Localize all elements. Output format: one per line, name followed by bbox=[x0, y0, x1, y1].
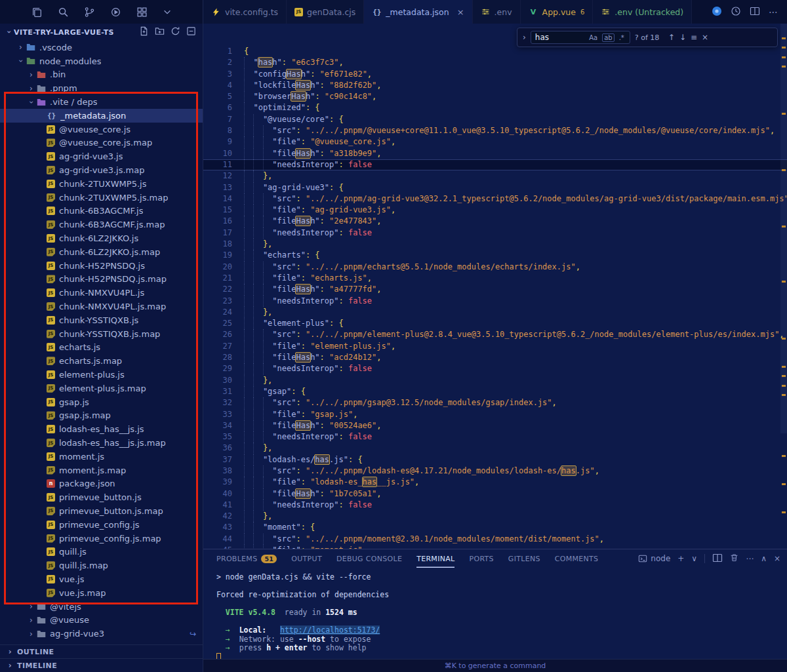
tree-item-chunk-h52pnsdq-js[interactable]: JSchunk-H52PNSDQ.js bbox=[0, 259, 203, 273]
terminal-dropdown-icon[interactable]: ∨ bbox=[691, 554, 697, 563]
tree-item-bin[interactable]: ›.bin bbox=[0, 68, 203, 82]
tree-item-chunk-6b3agcmf-js[interactable]: JSchunk-6B3AGCMF.js bbox=[0, 205, 203, 218]
panel-tab-debug-console[interactable]: DEBUG CONSOLE bbox=[336, 549, 402, 568]
panel-tab-output[interactable]: OUTPUT bbox=[291, 549, 322, 568]
code-token: : bbox=[320, 216, 329, 226]
panel-tab-ports[interactable]: PORTS bbox=[469, 549, 493, 568]
toggle-replace-chevron[interactable]: › bbox=[523, 33, 526, 42]
indent-guide bbox=[244, 534, 253, 545]
tab-env-untracked[interactable]: .env (Untracked) bbox=[593, 0, 692, 24]
views-chevron-icon[interactable] bbox=[163, 7, 172, 16]
tree-item-lodash-es-has-js-js[interactable]: JSlodash-es_has__js.js bbox=[0, 422, 203, 436]
panel-tab-terminal[interactable]: TERMINAL bbox=[416, 549, 454, 568]
tree-item-chunk-ysstiqxb-js[interactable]: JSchunk-YSSTIQXB.js bbox=[0, 313, 203, 327]
tab-gendata-cjs[interactable]: JSgenData.cjs bbox=[287, 0, 364, 24]
tree-item-chunk-h52pnsdq-js-map[interactable]: JSchunk-H52PNSDQ.js.map bbox=[0, 273, 203, 287]
tab-vite-config-ts[interactable]: vite.config.ts bbox=[203, 0, 287, 24]
tree-item-lodash-es-has-js-js-map[interactable]: JSlodash-es_has__js.js.map bbox=[0, 436, 203, 450]
panel-tab-gitlens[interactable]: GITLENS bbox=[508, 549, 540, 568]
code-editor[interactable]: 1{2"hash": "e6c3f7c3",3"configHash": "ef… bbox=[203, 24, 787, 549]
timeline-section[interactable]: › TIMELINE bbox=[0, 658, 203, 672]
tree-item-chunk-2tuxwmp5-js[interactable]: JSchunk-2TUXWMP5.js bbox=[0, 177, 203, 191]
tree-item-node-modules[interactable]: ›node_modules bbox=[0, 54, 203, 68]
line-number: 37 bbox=[203, 454, 232, 465]
panel-tab-comments[interactable]: COMMENTS bbox=[555, 549, 599, 568]
find-input[interactable]: has Aa ab .* bbox=[531, 31, 630, 44]
tree-item-moment-js-map[interactable]: JSmoment.js.map bbox=[0, 464, 203, 477]
tree-item-ag-grid-vue3[interactable]: ›ag-grid-vue3↪ bbox=[0, 627, 203, 641]
tab-app-vue[interactable]: VApp.vue6 bbox=[521, 0, 594, 24]
tree-item-gsap-js-map[interactable]: JSgsap.js.map bbox=[0, 409, 203, 423]
refresh-explorer-button[interactable] bbox=[171, 26, 180, 38]
tree-item-chunk-nmxvu4pl-js[interactable]: JSchunk-NMXVU4PL.js bbox=[0, 286, 203, 300]
regex-toggle[interactable]: .* bbox=[618, 34, 626, 41]
tree-item-element-plus-js-map[interactable]: JSelement-plus.js.map bbox=[0, 382, 203, 395]
tree-item-ag-grid-vue3-js[interactable]: JSag-grid-vue3.js bbox=[0, 149, 203, 163]
tree-item-chunk-6lz2jkko-js[interactable]: JSchunk-6LZ2JKKO.js bbox=[0, 231, 203, 245]
assistant-icon[interactable] bbox=[712, 6, 722, 18]
tree-item-quill-js[interactable]: JSquill.js bbox=[0, 545, 203, 559]
source-control-icon[interactable] bbox=[84, 7, 95, 18]
maximize-panel-icon[interactable]: ∧ bbox=[761, 554, 767, 563]
close-panel-icon[interactable]: × bbox=[774, 554, 780, 563]
tree-item-primevue-button-js-map[interactable]: JSprimevue_button.js.map bbox=[0, 504, 203, 518]
tree-item-vueuse-core-js[interactable]: JS@vueuse_core.js bbox=[0, 123, 203, 136]
overview-ruler[interactable] bbox=[780, 24, 787, 549]
explorer-header[interactable]: › VITE-TRY-LARGE-VUE-TS bbox=[0, 24, 203, 41]
find-in-selection-button[interactable]: ≡ bbox=[691, 33, 697, 42]
tree-item-chunk-6b3agcmf-js-map[interactable]: JSchunk-6B3AGCMF.js.map bbox=[0, 218, 203, 231]
collapse-folders-button[interactable] bbox=[186, 26, 196, 38]
close-tab-icon[interactable]: × bbox=[457, 7, 464, 17]
panel-tab-problems[interactable]: PROBLEMS51 bbox=[216, 549, 277, 568]
scrollbar-thumb[interactable] bbox=[780, 24, 787, 433]
tree-item-gsap-js[interactable]: JSgsap.js bbox=[0, 395, 203, 409]
close-find-button[interactable]: × bbox=[702, 33, 708, 42]
terminal-select[interactable]: node bbox=[638, 554, 670, 563]
tree-item-quill-js-map[interactable]: JSquill.js.map bbox=[0, 559, 203, 572]
kill-terminal-icon[interactable] bbox=[730, 553, 738, 564]
tree-item-ag-grid-vue3-js-map[interactable]: JSag-grid-vue3.js.map bbox=[0, 163, 203, 177]
split-terminal-icon[interactable] bbox=[712, 553, 723, 565]
tab-metadata-json[interactable]: {}_metadata.json× bbox=[364, 0, 472, 24]
whole-word-toggle[interactable]: ab bbox=[602, 33, 614, 42]
tree-item-primevue-config-js[interactable]: JSprimevue_config.js bbox=[0, 518, 203, 532]
tree-item-vueuse-core-js-map[interactable]: JS@vueuse_core.js.map bbox=[0, 136, 203, 150]
new-terminal-button[interactable]: + bbox=[677, 554, 684, 563]
split-editor-icon[interactable] bbox=[750, 6, 760, 18]
tree-item-echarts-js[interactable]: JSecharts.js bbox=[0, 341, 203, 355]
new-file-button[interactable] bbox=[139, 26, 149, 38]
tree-item-element-plus-js[interactable]: JSelement-plus.js bbox=[0, 368, 203, 382]
tree-item-chunk-6lz2jkko-js-map[interactable]: JSchunk-6LZ2JKKO.js.map bbox=[0, 245, 203, 259]
tree-item-metadata-json[interactable]: {}_metadata.json bbox=[0, 109, 203, 123]
terminal[interactable]: > node genData.cjs && vite --forceForced… bbox=[203, 568, 787, 659]
new-folder-button[interactable] bbox=[155, 26, 165, 38]
tree-item-primevue-config-js-map[interactable]: JSprimevue_config.js.map bbox=[0, 532, 203, 545]
search-icon[interactable] bbox=[58, 7, 69, 18]
tree-item-vitejs[interactable]: ›@vitejs bbox=[0, 600, 203, 614]
files-icon[interactable] bbox=[31, 7, 43, 18]
run-icon[interactable] bbox=[110, 7, 121, 18]
extensions-icon[interactable] bbox=[136, 7, 148, 18]
match-case-toggle[interactable]: Aa bbox=[588, 34, 599, 41]
tree-item-package-json[interactable]: npackage.json bbox=[0, 477, 203, 491]
tree-item-chunk-2tuxwmp5-js-map[interactable]: JSchunk-2TUXWMP5.js.map bbox=[0, 191, 203, 205]
tree-item-moment-js[interactable]: JSmoment.js bbox=[0, 450, 203, 464]
tree-item-primevue-button-js[interactable]: JSprimevue_button.js bbox=[0, 490, 203, 504]
tree-item-pnpm[interactable]: ›.pnpm bbox=[0, 81, 203, 95]
tree-item-vue-js[interactable]: JSvue.js bbox=[0, 572, 203, 586]
prev-match-button[interactable]: ↑ bbox=[668, 33, 675, 42]
tree-item-vscode[interactable]: ›.vscode bbox=[0, 41, 203, 54]
outline-section[interactable]: › OUTLINE bbox=[0, 644, 203, 658]
tree-item-echarts-js-map[interactable]: JSecharts.js.map bbox=[0, 354, 203, 368]
panel-more-icon[interactable]: ⋯ bbox=[746, 554, 754, 563]
tree-item-vue-js-map[interactable]: JSvue.js.map bbox=[0, 586, 203, 600]
history-icon[interactable] bbox=[731, 6, 741, 18]
tree-item-vite-deps[interactable]: ›.vite / deps bbox=[0, 95, 203, 109]
tab-env[interactable]: .env bbox=[473, 0, 521, 24]
tree-item-vueuse[interactable]: ›@vueuse bbox=[0, 613, 203, 627]
more-actions-icon[interactable]: ⋯ bbox=[769, 7, 778, 17]
terminal-link[interactable]: http://localhost:5173/ bbox=[280, 625, 380, 635]
tree-item-chunk-ysstiqxb-js-map[interactable]: JSchunk-YSSTIQXB.js.map bbox=[0, 327, 203, 341]
tree-item-chunk-nmxvu4pl-js-map[interactable]: JSchunk-NMXVU4PL.js.map bbox=[0, 300, 203, 313]
next-match-button[interactable]: ↓ bbox=[679, 33, 686, 42]
